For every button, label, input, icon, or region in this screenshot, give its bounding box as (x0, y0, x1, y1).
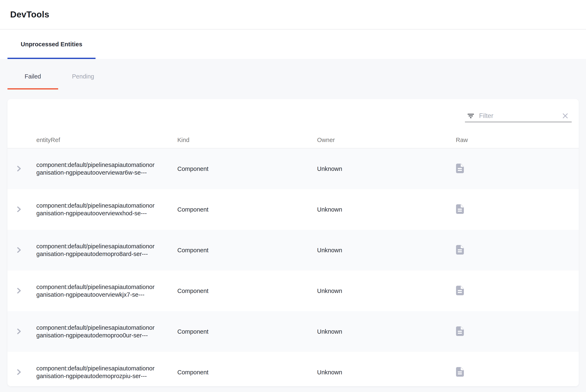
chevron-right-icon (16, 247, 22, 253)
table-row: component:default/pipelinesapiautomation… (8, 230, 579, 270)
entity-ref-line2: ganisation-ngpipeautodemoproo0ur-ser--- (36, 332, 177, 339)
column-header-owner: Owner (317, 136, 456, 144)
entity-ref-line1: component:default/pipelinesapiautomation… (36, 242, 177, 250)
column-header-entityref: entityRef (36, 136, 177, 144)
owner-cell: Unknown (317, 206, 456, 213)
view-raw-button[interactable] (456, 163, 464, 174)
tab-label: Unprocessed Entities (21, 41, 82, 48)
table-row: component:default/pipelinesapiautomation… (8, 148, 579, 189)
table-row: component:default/pipelinesapiautomation… (8, 270, 579, 311)
kind-cell: Component (177, 166, 317, 172)
sub-tab-bar: Failed Pending (0, 59, 586, 90)
view-raw-button[interactable] (456, 326, 464, 336)
close-icon (561, 112, 570, 120)
table-row: component:default/pipelinesapiautomation… (8, 311, 579, 352)
chevron-right-icon (16, 287, 22, 294)
view-raw-button[interactable] (456, 244, 464, 255)
entity-ref-line2: ganisation-ngpipeautodemopro8ard-ser--- (36, 250, 177, 258)
filter-toolbar: Filter (8, 99, 579, 127)
entity-ref-line1: component:default/pipelinesapiautomation… (36, 202, 177, 210)
view-raw-button[interactable] (456, 367, 464, 377)
chevron-right-icon (16, 369, 22, 376)
owner-cell: Unknown (317, 328, 456, 335)
document-icon (456, 367, 464, 377)
filter-input[interactable]: Filter (465, 107, 572, 122)
view-raw-button[interactable] (456, 285, 464, 296)
entity-ref-cell: component:default/pipelinesapiautomation… (36, 283, 177, 298)
tab-failed[interactable]: Failed (8, 59, 58, 90)
entity-ref-cell: component:default/pipelinesapiautomation… (36, 364, 177, 380)
chevron-right-icon (16, 328, 22, 335)
table-rows: component:default/pipelinesapiautomation… (8, 148, 579, 386)
owner-cell: Unknown (317, 166, 456, 172)
content-section: Failed Pending Filter (0, 59, 586, 392)
entity-ref-line1: component:default/pipelinesapiautomation… (36, 324, 177, 332)
entity-ref-cell: component:default/pipelinesapiautomation… (36, 202, 177, 217)
kind-cell: Component (177, 288, 317, 294)
view-raw-button[interactable] (456, 204, 464, 214)
table-header: entityRef Kind Owner Raw (8, 127, 579, 148)
active-subtab-indicator (8, 88, 58, 90)
owner-cell: Unknown (317, 288, 456, 294)
document-icon (456, 326, 464, 336)
owner-cell: Unknown (317, 369, 456, 376)
entity-ref-line1: component:default/pipelinesapiautomation… (36, 283, 177, 291)
tab-label: Pending (72, 73, 94, 80)
table-row: component:default/pipelinesapiautomation… (8, 352, 579, 386)
expand-row-button[interactable] (15, 164, 23, 173)
unprocessed-entities-card: Filter entityRef Kind Owner Raw (8, 99, 579, 386)
expand-row-button[interactable] (15, 368, 23, 376)
entity-ref-line1: component:default/pipelinesapiautomation… (36, 364, 177, 372)
kind-cell: Component (177, 328, 317, 335)
primary-tab-bar: Unprocessed Entities (0, 30, 586, 59)
kind-cell: Component (177, 206, 317, 213)
column-header-raw: Raw (456, 136, 579, 144)
chevron-right-icon (16, 165, 22, 172)
kind-cell: Component (177, 369, 317, 376)
document-icon (456, 245, 464, 254)
entity-ref-line1: component:default/pipelinesapiautomation… (36, 161, 177, 169)
document-icon (456, 204, 464, 214)
tab-unprocessed-entities[interactable]: Unprocessed Entities (8, 30, 96, 59)
entity-ref-cell: component:default/pipelinesapiautomation… (36, 242, 177, 258)
entity-ref-line2: ganisation-ngpipeautooverviewar6w-se--- (36, 169, 177, 176)
document-icon (456, 164, 464, 173)
tab-pending[interactable]: Pending (58, 59, 108, 90)
entity-ref-cell: component:default/pipelinesapiautomation… (36, 324, 177, 339)
expand-row-button[interactable] (15, 205, 23, 214)
clear-filter-button[interactable] (561, 112, 570, 120)
entity-ref-line2: ganisation-ngpipeautooverviewxhod-se--- (36, 210, 177, 217)
entity-ref-cell: component:default/pipelinesapiautomation… (36, 161, 177, 176)
filter-list-icon (466, 112, 475, 120)
entity-ref-line2: ganisation-ngpipeautodemoprozpiu-ser--- (36, 372, 177, 380)
kind-cell: Component (177, 247, 317, 254)
entity-ref-line2: ganisation-ngpipeautooverviewkjx7-se--- (36, 291, 177, 298)
page-title: DevTools (10, 10, 49, 20)
expand-row-button[interactable] (15, 246, 23, 254)
table-row: component:default/pipelinesapiautomation… (8, 189, 579, 230)
filter-placeholder: Filter (479, 112, 557, 120)
tab-label: Failed (25, 73, 41, 80)
chevron-right-icon (16, 206, 22, 212)
expand-row-button[interactable] (15, 327, 23, 336)
owner-cell: Unknown (317, 247, 456, 254)
document-icon (456, 286, 464, 295)
column-header-kind: Kind (177, 136, 317, 144)
app-header: DevTools (0, 0, 586, 30)
expand-row-button[interactable] (15, 286, 23, 295)
